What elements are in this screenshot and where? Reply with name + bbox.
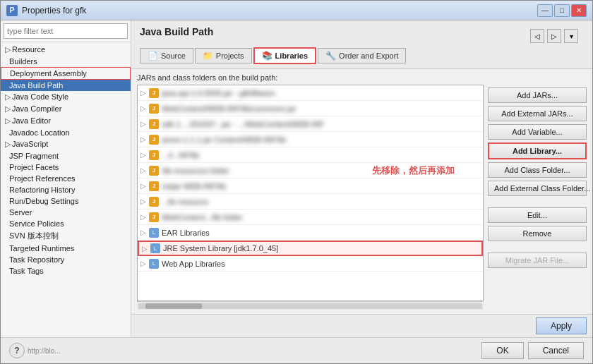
main-content: ▷Resource Builders Deployment Assembly J… xyxy=(1,20,592,337)
sidebar-item-service-policies[interactable]: Service Policies xyxy=(1,218,131,229)
nav-arrows: ◁ ▷ ▾ xyxy=(525,26,584,46)
titlebar-left: P Properties for gfk xyxy=(6,5,86,16)
file-row-text: notjar WEB-INF/lib xyxy=(162,182,226,190)
file-row-text: WebContent.../lib folder xyxy=(162,213,243,222)
button-spacer-2 xyxy=(488,244,587,250)
cancel-button[interactable]: Cancel xyxy=(528,342,584,359)
file-row[interactable]: ▷ J WebContent/WEB-INF/lib/commons.jar xyxy=(138,101,483,116)
file-row[interactable]: ▷ J sdk-1...-201507...jar - .../WebConte… xyxy=(138,116,483,132)
row-arrow-icon: ▷ xyxy=(140,260,146,267)
ok-button[interactable]: OK xyxy=(481,342,523,359)
file-row[interactable]: ▷ J java-api-1.0.0505.jar - gfk/Maven xyxy=(138,85,483,101)
tab-projects[interactable]: 📁 Projects xyxy=(195,48,252,63)
minimize-button[interactable]: — xyxy=(537,4,553,17)
filter-box xyxy=(1,20,131,42)
sidebar-item-run-debug-settings[interactable]: Run/Debug Settings xyxy=(1,195,131,207)
tab-libraries[interactable]: 📚 Libraries xyxy=(253,47,316,64)
tab-source[interactable]: 📄 Source xyxy=(140,48,193,63)
h-scroll-thumb[interactable] xyxy=(145,303,202,309)
filter-input[interactable] xyxy=(4,23,128,39)
forward-button[interactable]: ▷ xyxy=(547,29,561,43)
add-external-jars-button[interactable]: Add External JARs... xyxy=(488,106,587,121)
h-scroll-track[interactable] xyxy=(138,303,482,309)
jar-icon: J xyxy=(149,119,159,129)
jar-icon: J xyxy=(149,212,159,222)
sidebar-item-targeted-runtimes[interactable]: Targeted Runtimes xyxy=(1,243,131,254)
sidebar-item-javascript[interactable]: ▷JavaScript xyxy=(1,138,131,150)
sidebar-item-jsp-fragment[interactable]: JSP Fragment xyxy=(1,150,131,162)
file-row-webapp-libraries[interactable]: ▷ L Web App Libraries xyxy=(138,256,483,272)
titlebar: P Properties for gfk — □ ✕ xyxy=(1,1,592,20)
sidebar-item-deployment-assembly[interactable]: Deployment Assembly xyxy=(1,67,131,80)
libraries-tab-icon: 📚 xyxy=(262,51,272,61)
sidebar-list: ▷Resource Builders Deployment Assembly J… xyxy=(1,42,131,337)
file-list-scroll[interactable]: ▷ J java-api-1.0.0505.jar - gfk/Maven ▷ … xyxy=(138,85,483,301)
order-export-tab-icon: 🔧 xyxy=(325,51,336,61)
jar-icon: J xyxy=(149,181,159,191)
maximize-button[interactable]: □ xyxy=(554,4,570,17)
arrow-icon: ▷ xyxy=(5,104,12,114)
sidebar-item-javadoc-location[interactable]: Javadoc Location xyxy=(1,127,131,138)
help-button[interactable]: ? xyxy=(9,343,25,358)
tab-source-label: Source xyxy=(161,51,186,60)
sidebar: ▷Resource Builders Deployment Assembly J… xyxy=(1,20,131,337)
sidebar-item-refactoring-history[interactable]: Refactoring History xyxy=(1,184,131,195)
file-row[interactable]: ▷ J amon-1.1.1.jar Content/WEB-INF/lib xyxy=(138,132,483,147)
app-icon: P xyxy=(6,5,18,16)
add-library-button[interactable]: Add Library... xyxy=(488,142,587,159)
projects-tab-icon: 📁 xyxy=(203,51,213,61)
file-row-ear-libraries[interactable]: ▷ L EAR Libraries xyxy=(138,225,483,241)
sidebar-item-task-repository[interactable]: Task Repository xyxy=(1,254,131,265)
apply-row: Apply xyxy=(131,314,592,337)
right-panel: Java Build Path ◁ ▷ ▾ 📄 Source 📁 Project… xyxy=(131,20,592,337)
migrate-jar-button[interactable]: Migrate JAR File... xyxy=(488,253,587,268)
menu-button[interactable]: ▾ xyxy=(564,29,578,43)
file-row[interactable]: ▷ J notjar WEB-INF/lib xyxy=(138,178,483,194)
sidebar-item-java-editor[interactable]: ▷Java Editor xyxy=(1,115,131,127)
sidebar-item-server[interactable]: Server xyxy=(1,207,131,218)
tab-order-export-label: Order and Export xyxy=(339,51,398,60)
arrow-icon: ▷ xyxy=(5,140,12,149)
close-button[interactable]: ✕ xyxy=(571,4,587,17)
arrow-icon: ▷ xyxy=(5,116,12,126)
sidebar-item-builders[interactable]: Builders xyxy=(1,56,131,67)
edit-button[interactable]: Edit... xyxy=(488,207,587,223)
sidebar-item-project-references[interactable]: Project References xyxy=(1,173,131,184)
bottom-right: OK Cancel xyxy=(481,342,584,359)
sidebar-item-java-compiler[interactable]: ▷Java Compiler xyxy=(1,103,131,115)
row-arrow-icon: ▷ xyxy=(140,151,146,159)
file-row[interactable]: ▷ J WebContent.../lib folder xyxy=(138,210,483,225)
row-arrow-icon: ▷ xyxy=(140,135,146,143)
sidebar-item-java-code-style[interactable]: ▷Java Code Style xyxy=(1,91,131,103)
file-row-jre-library[interactable]: ▷ L JRE System Library [jdk1.7.0_45] xyxy=(138,241,483,256)
add-variable-button[interactable]: Add Variable... xyxy=(488,124,587,140)
jre-lib-icon: L xyxy=(150,243,160,253)
sidebar-item-project-facets[interactable]: Project Facets xyxy=(1,162,131,173)
tab-order-export[interactable]: 🔧 Order and Export xyxy=(318,48,406,63)
back-button[interactable]: ◁ xyxy=(530,29,544,43)
sidebar-item-task-tags[interactable]: Task Tags xyxy=(1,265,131,277)
sidebar-item-resource[interactable]: ▷Resource xyxy=(1,44,131,56)
file-row[interactable]: ▷ J ...lib resource xyxy=(138,194,483,210)
file-row-text-webapp: Web App Libraries xyxy=(162,260,225,268)
panel-title: Java Build Path xyxy=(140,26,213,37)
file-list-container: ▷ J java-api-1.0.0505.jar - gfk/Maven ▷ … xyxy=(137,85,484,301)
horizontal-scrollbar[interactable] xyxy=(137,301,484,310)
apply-button[interactable]: Apply xyxy=(536,317,587,334)
bottom-left: ? http://blo... xyxy=(9,343,61,358)
add-jars-button[interactable]: Add JARs... xyxy=(488,87,587,103)
add-class-folder-button[interactable]: Add Class Folder... xyxy=(488,162,587,178)
properties-window: P Properties for gfk — □ ✕ ▷Resource Bui… xyxy=(0,0,593,364)
file-row-text: /lib resources folder xyxy=(162,166,229,175)
add-external-class-folder-button[interactable]: Add External Class Folder... xyxy=(488,181,587,196)
file-row-text: ...4...NF/lib xyxy=(162,151,199,159)
sidebar-item-svn[interactable]: SVN 版本控制 xyxy=(1,229,131,243)
file-row[interactable]: ▷ J ...4...NF/lib xyxy=(138,147,483,163)
remove-button[interactable]: Remove xyxy=(488,226,587,241)
file-row[interactable]: ▷ J /lib resources folder 先移除，然后再添加 xyxy=(138,163,483,178)
sidebar-item-java-build-path[interactable]: Java Build Path xyxy=(1,80,131,91)
row-arrow-icon: ▷ xyxy=(140,89,146,97)
file-row-text-ear: EAR Libraries xyxy=(162,229,210,237)
url-text: http://blo... xyxy=(28,347,61,355)
tab-libraries-label: Libraries xyxy=(275,51,308,60)
